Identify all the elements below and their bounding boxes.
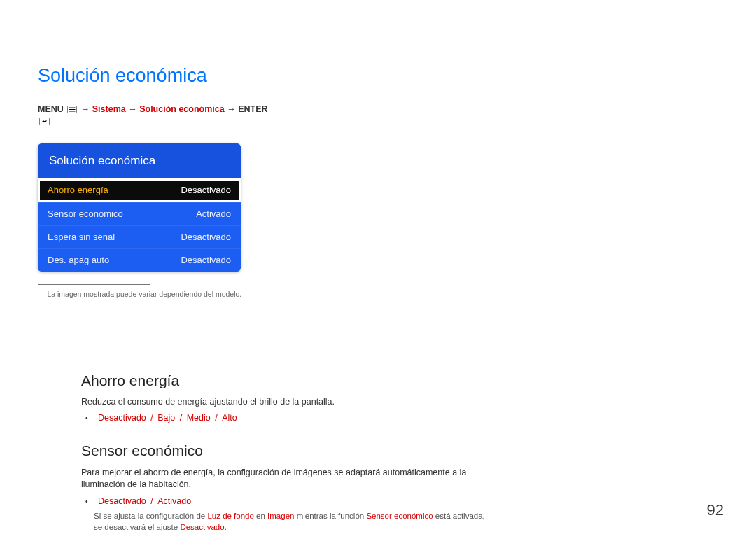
menu-item-label: Espera sin señal xyxy=(48,231,115,244)
section-desc-sensor: Para mejorar el ahorro de energía, la co… xyxy=(81,467,494,491)
breadcrumb-menu: MENU xyxy=(38,104,64,114)
page-title: Solución económica xyxy=(38,63,276,90)
menu-note: ― La imagen mostrada puede variar depend… xyxy=(38,289,276,300)
section-title-sensor: Sensor económico xyxy=(81,440,494,461)
breadcrumb-sistema: Sistema xyxy=(92,104,126,114)
menu-item-value: Activado xyxy=(196,208,231,220)
menu-item-value: Desactivado xyxy=(181,254,231,267)
menu-header: Solución económica xyxy=(38,143,241,178)
section-title-ahorro: Ahorro energía xyxy=(81,370,494,391)
sensor-note-1: ― Si se ajusta la configuración de Luz d… xyxy=(81,510,494,533)
options-ahorro: • Desactivado / Bajo / Medio / Alto xyxy=(81,412,494,425)
right-column: Ahorro energía Reduzca el consumo de ene… xyxy=(38,300,494,534)
menu-item-label: Ahorro energía xyxy=(48,184,108,197)
section-desc-ahorro: Reduzca el consumo de energía ajustando … xyxy=(81,396,494,409)
options-sensor: • Desactivado / Activado xyxy=(81,496,494,508)
menu-item[interactable]: Des. apag auto Desactivado xyxy=(38,248,241,272)
menu-item[interactable]: Sensor económico Activado xyxy=(38,202,241,225)
menu-icon xyxy=(67,106,77,113)
left-column: Solución económica MENU → Sistema → Solu… xyxy=(38,0,276,300)
dash-icon: ― xyxy=(81,510,94,533)
bullet-icon: • xyxy=(81,496,98,508)
breadcrumb-solucion: Solución económica xyxy=(139,104,225,114)
enter-icon xyxy=(39,118,50,125)
breadcrumb: MENU → Sistema → Solución económica → EN… xyxy=(38,104,276,128)
bullet-icon: • xyxy=(81,412,98,425)
menu-item-label: Des. apag auto xyxy=(48,254,109,267)
manual-page: Solución económica MENU → Sistema → Solu… xyxy=(0,0,756,534)
menu-item[interactable]: Espera sin señal Desactivado xyxy=(38,225,241,248)
menu-item-selected[interactable]: Ahorro energía Desactivado xyxy=(38,178,241,202)
divider xyxy=(38,284,150,285)
page-number: 92 xyxy=(707,500,724,521)
menu-item-label: Sensor económico xyxy=(48,208,123,220)
menu-item-value: Desactivado xyxy=(181,184,231,197)
breadcrumb-enter: ENTER xyxy=(238,104,267,114)
menu-box: Solución económica Ahorro energía Desact… xyxy=(38,143,241,272)
menu-item-value: Desactivado xyxy=(181,231,231,244)
